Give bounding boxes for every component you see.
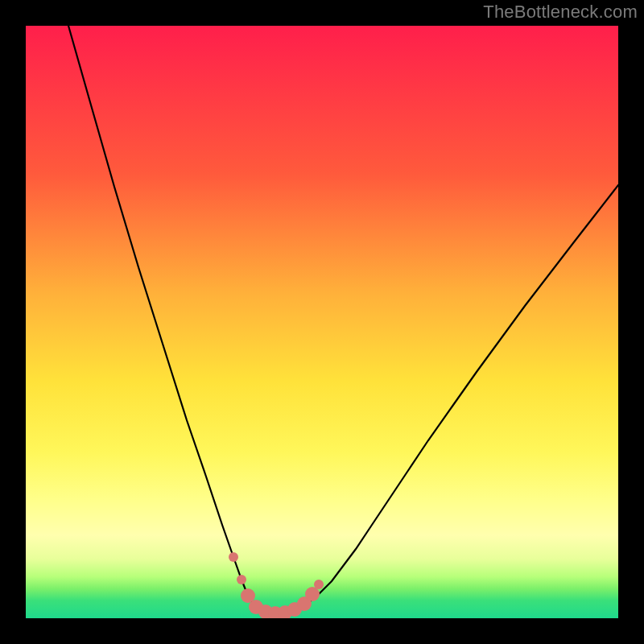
- trough-marker: [314, 580, 324, 589]
- plot-area: [26, 26, 618, 618]
- trough-marker: [237, 575, 246, 584]
- watermark-text: TheBottleneck.com: [483, 2, 638, 23]
- trough-marker: [229, 552, 238, 562]
- chart-svg: [26, 26, 618, 618]
- frame: TheBottleneck.com: [0, 0, 644, 644]
- bottleneck-curve: [68, 26, 618, 612]
